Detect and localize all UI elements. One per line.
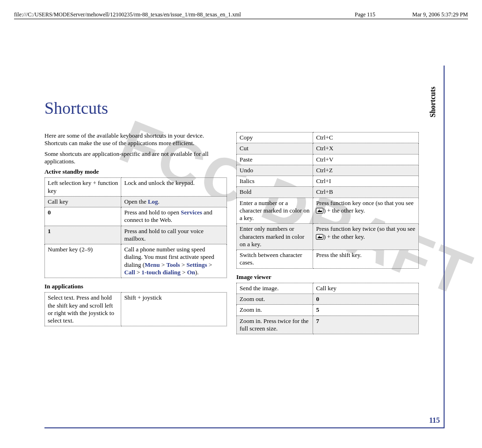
- table-image-viewer: Send the image.Call keyZoom out.0Zoom in…: [236, 283, 419, 334]
- shortcut-action-cell: 7: [313, 316, 419, 334]
- table-row: Enter only numbers or characters marked …: [237, 224, 419, 250]
- shortcut-action-cell: Ctrl+B: [313, 187, 419, 198]
- table-row: UndoCtrl+Z: [237, 165, 419, 176]
- table-active-standby: Left selection key + function keyLock an…: [44, 177, 227, 278]
- shortcut-action-cell: Press and hold to open Services and conn…: [121, 207, 227, 226]
- shortcut-action-cell: Press the shift key.: [313, 250, 419, 269]
- print-date: Mar 9, 2006 5:37:29 PM: [384, 11, 468, 18]
- table-row: Number key (2–9)Call a phone number usin…: [45, 244, 227, 278]
- shortcut-action-cell: Call a phone number using speed dialing.…: [121, 244, 227, 278]
- print-header: file:///C:/USERS/MODEServer/mehowell/121…: [14, 11, 468, 18]
- shortcut-action-cell: Ctrl+C: [313, 132, 419, 143]
- page-label: Page 115: [346, 11, 384, 18]
- shortcut-action-cell: 0: [313, 294, 419, 305]
- shortcut-key-cell: 0: [45, 207, 121, 226]
- table-row: Switch between character cases.Press the…: [237, 250, 419, 269]
- shortcut-key-cell: Bold: [237, 187, 313, 198]
- table-row: Select text. Press and hold the shift ke…: [45, 293, 227, 326]
- shortcut-key-cell: Select text. Press and hold the shift ke…: [45, 293, 121, 326]
- table-row: Send the image.Call key: [237, 283, 419, 294]
- shortcut-key-cell: Zoom out.: [237, 294, 313, 305]
- table-row: 0Press and hold to open Services and con…: [45, 207, 227, 226]
- table-row: Zoom in. Press twice for the full screen…: [237, 316, 419, 334]
- table-row: Enter a number or a character marked in …: [237, 198, 419, 224]
- table-in-apps-b: CopyCtrl+CCutCtrl+XPasteCtrl+VUndoCtrl+Z…: [236, 132, 419, 269]
- header-rule: [14, 19, 468, 19]
- intro-paragraph: Here are some of the available keyboard …: [44, 132, 227, 147]
- page-number: 115: [429, 416, 440, 425]
- table-row: Zoom in.5: [237, 305, 419, 316]
- shortcut-action-cell: Press and hold to call your voice mailbo…: [121, 226, 227, 244]
- section-heading-active-standby: Active standby mode: [44, 168, 227, 176]
- intro-paragraph: Some shortcuts are application-specific …: [44, 150, 227, 166]
- section-heading-in-apps: In applications: [44, 283, 227, 290]
- shortcut-key-cell: Italics: [237, 176, 313, 187]
- shortcut-action-cell: Lock and unlock the keypad.: [121, 178, 227, 197]
- shortcut-key-cell: 1: [45, 226, 121, 244]
- shortcut-action-cell: Press function key twice (so that you se…: [313, 224, 419, 250]
- table-row: 1Press and hold to call your voice mailb…: [45, 226, 227, 244]
- page-title: Shortcuts: [44, 98, 419, 118]
- content-area: Shortcuts Here are some of the available…: [44, 66, 424, 335]
- table-row: Left selection key + function keyLock an…: [45, 178, 227, 197]
- table-row: CutCtrl+X: [237, 143, 419, 154]
- function-key-icon: [316, 208, 323, 213]
- shortcut-action-cell: Ctrl+I: [313, 176, 419, 187]
- shortcut-key-cell: Zoom in.: [237, 305, 313, 316]
- shortcut-action-cell: Shift + joystick: [121, 293, 227, 326]
- shortcut-key-cell: Copy: [237, 132, 313, 143]
- shortcut-key-cell: Paste: [237, 154, 313, 165]
- shortcut-key-cell: Send the image.: [237, 283, 313, 294]
- shortcut-action-cell: Call key: [313, 283, 419, 294]
- file-path: file:///C:/USERS/MODEServer/mehowell/121…: [14, 11, 346, 18]
- shortcut-key-cell: Enter only numbers or characters marked …: [237, 224, 313, 250]
- table-row: ItalicsCtrl+I: [237, 176, 419, 187]
- shortcut-key-cell: Cut: [237, 143, 313, 154]
- function-key-icon: [316, 234, 323, 240]
- section-heading-image-viewer: Image viewer: [236, 273, 419, 281]
- shortcut-key-cell: Enter a number or a character marked in …: [237, 198, 313, 224]
- table-row: CopyCtrl+C: [237, 132, 419, 143]
- table-row: Zoom out.0: [237, 294, 419, 305]
- shortcut-key-cell: Number key (2–9): [45, 244, 121, 278]
- page-body: Shortcuts FCC DRAFT Shortcuts Here are s…: [44, 66, 445, 428]
- shortcut-action-cell: Ctrl+X: [313, 143, 419, 154]
- table-row: BoldCtrl+B: [237, 187, 419, 198]
- shortcut-action-cell: Ctrl+Z: [313, 165, 419, 176]
- table-row: PasteCtrl+V: [237, 154, 419, 165]
- table-row: Call keyOpen the Log.: [45, 196, 227, 207]
- shortcut-action-cell: Ctrl+V: [313, 154, 419, 165]
- shortcut-key-cell: Switch between character cases.: [237, 250, 313, 269]
- shortcut-key-cell: Call key: [45, 196, 121, 207]
- shortcut-key-cell: Left selection key + function key: [45, 178, 121, 197]
- shortcut-key-cell: Zoom in. Press twice for the full screen…: [237, 316, 313, 334]
- shortcut-action-cell: Open the Log.: [121, 196, 227, 207]
- side-tab: Shortcuts: [429, 87, 442, 118]
- table-in-apps-a: Select text. Press and hold the shift ke…: [44, 292, 227, 326]
- shortcut-key-cell: Undo: [237, 165, 313, 176]
- shortcut-action-cell: 5: [313, 305, 419, 316]
- two-column-text: Here are some of the available keyboard …: [44, 132, 419, 335]
- shortcut-action-cell: Press function key once (so that you see…: [313, 198, 419, 224]
